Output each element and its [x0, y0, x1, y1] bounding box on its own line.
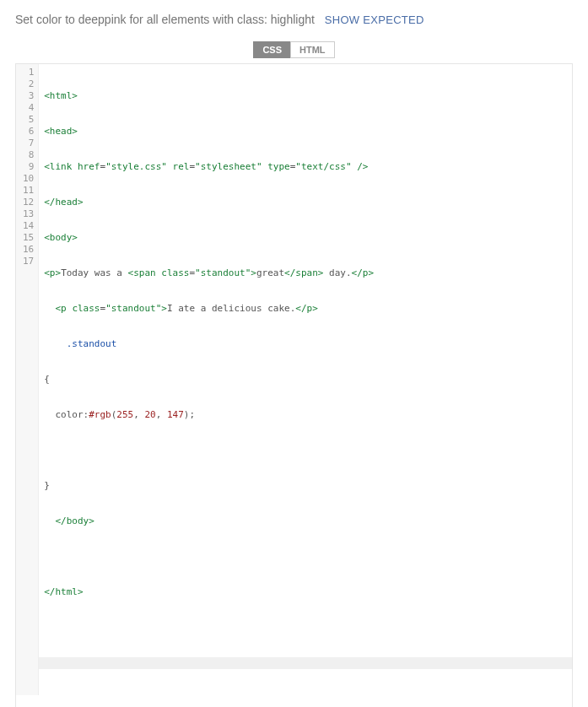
code-content[interactable]: <html> <head> <link href="style.css" rel… [39, 64, 572, 695]
instruction-text: Set color to deeppink for all elements w… [15, 13, 315, 26]
instruction-row: Set color to deeppink for all elements w… [15, 13, 573, 26]
tab-html[interactable]: HTML [290, 41, 335, 58]
line-gutter: 1234567891011121314151617 [16, 64, 39, 695]
code-editor[interactable]: 1234567891011121314151617 <html> <head> … [15, 63, 573, 707]
show-expected-link[interactable]: SHOW EXPECTED [325, 13, 424, 26]
tab-css[interactable]: CSS [253, 41, 290, 58]
language-tabs: CSSHTML [15, 41, 573, 58]
